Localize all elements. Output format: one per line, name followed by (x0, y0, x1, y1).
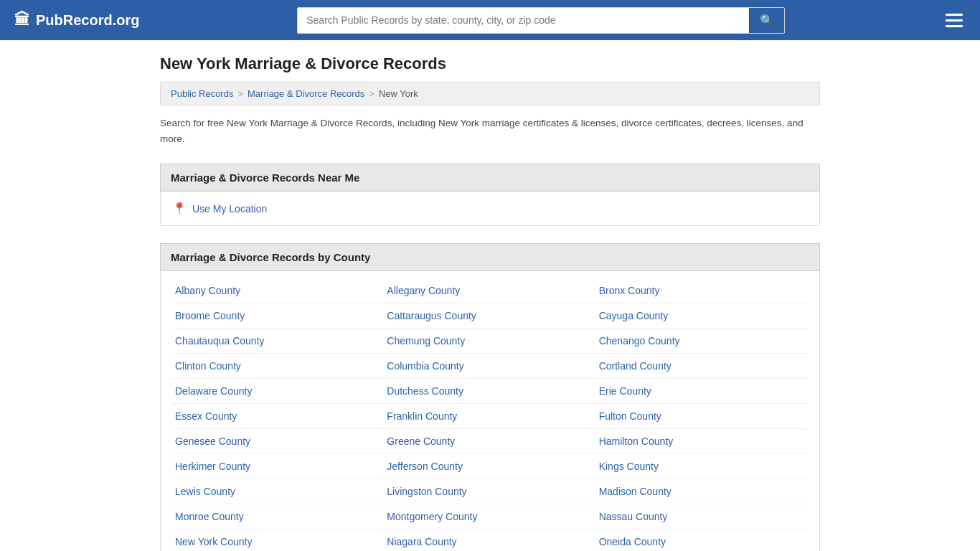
county-link[interactable]: Erie County (596, 379, 808, 404)
county-link[interactable]: Franklin County (384, 404, 595, 429)
menu-bar-2 (946, 19, 963, 22)
county-link[interactable]: Kings County (596, 454, 808, 479)
near-me-section: Marriage & Divorce Records Near Me 📍 Use… (160, 164, 820, 226)
county-link[interactable]: Herkimer County (172, 454, 384, 479)
near-me-header: Marriage & Divorce Records Near Me (160, 164, 820, 192)
county-link[interactable]: Essex County (172, 404, 384, 429)
site-header: 🏛 PubRecord.org 🔍 (0, 0, 980, 40)
logo-icon: 🏛 (14, 11, 30, 29)
county-link[interactable]: Clinton County (172, 354, 384, 379)
breadcrumb-new-york: New York (379, 88, 418, 99)
county-link[interactable]: Hamilton County (596, 429, 808, 454)
county-link[interactable]: Bronx County (596, 278, 808, 303)
main-content: New York Marriage & Divorce Records Publ… (146, 40, 834, 551)
county-link[interactable]: Lewis County (172, 479, 384, 504)
county-grid: Albany CountyAllegany CountyBronx County… (172, 278, 808, 551)
county-link[interactable]: Albany County (172, 278, 384, 303)
breadcrumb: Public Records > Marriage & Divorce Reco… (160, 82, 820, 105)
menu-bar-3 (946, 25, 963, 27)
county-link[interactable]: Greene County (384, 429, 595, 454)
county-link[interactable]: Cayuga County (596, 303, 808, 329)
county-grid-wrapper: Albany CountyAllegany CountyBronx County… (160, 271, 820, 551)
breadcrumb-marriage-records[interactable]: Marriage & Divorce Records (248, 88, 364, 99)
county-link[interactable]: Dutchess County (384, 379, 595, 404)
county-link[interactable]: Fulton County (596, 404, 808, 429)
by-county-header: Marriage & Divorce Records by County (160, 243, 820, 271)
county-link[interactable]: Niagara County (384, 529, 595, 551)
menu-bar-1 (946, 14, 963, 16)
county-link[interactable]: Genesee County (172, 429, 384, 454)
county-link[interactable]: New York County (172, 529, 384, 551)
breadcrumb-sep-1: > (237, 88, 243, 99)
use-location-link[interactable]: Use My Location (192, 203, 267, 215)
page-description: Search for free New York Marriage & Divo… (160, 116, 820, 146)
page-title: New York Marriage & Divorce Records (160, 55, 820, 73)
search-area: 🔍 (297, 7, 785, 34)
county-link[interactable]: Broome County (172, 303, 384, 329)
county-link[interactable]: Montgomery County (384, 504, 595, 529)
menu-button[interactable] (943, 11, 966, 30)
breadcrumb-sep-2: > (369, 88, 374, 99)
county-link[interactable]: Monroe County (172, 504, 384, 529)
county-link[interactable]: Nassau County (596, 504, 808, 529)
search-wrapper: 🔍 (297, 7, 785, 34)
by-county-section: Marriage & Divorce Records by County Alb… (160, 243, 820, 551)
near-me-content: 📍 Use My Location (160, 192, 820, 226)
county-link[interactable]: Cattaraugus County (384, 303, 595, 329)
county-link[interactable]: Delaware County (172, 379, 384, 404)
county-link[interactable]: Chemung County (384, 329, 595, 354)
county-link[interactable]: Cortland County (596, 354, 808, 379)
logo-text: PubRecord.org (36, 12, 139, 29)
county-link[interactable]: Jefferson County (384, 454, 595, 479)
search-icon: 🔍 (760, 14, 774, 27)
county-link[interactable]: Allegany County (384, 278, 595, 303)
county-link[interactable]: Oneida County (596, 529, 808, 551)
county-link[interactable]: Chautauqua County (172, 329, 384, 354)
county-link[interactable]: Chenango County (596, 329, 808, 354)
site-logo[interactable]: 🏛 PubRecord.org (14, 11, 139, 29)
location-icon: 📍 (172, 202, 187, 215)
breadcrumb-public-records[interactable]: Public Records (171, 88, 233, 99)
county-link[interactable]: Livingston County (384, 479, 595, 504)
search-input[interactable] (298, 8, 749, 33)
county-link[interactable]: Columbia County (384, 354, 595, 379)
search-button[interactable]: 🔍 (749, 8, 784, 33)
county-link[interactable]: Madison County (596, 479, 808, 504)
